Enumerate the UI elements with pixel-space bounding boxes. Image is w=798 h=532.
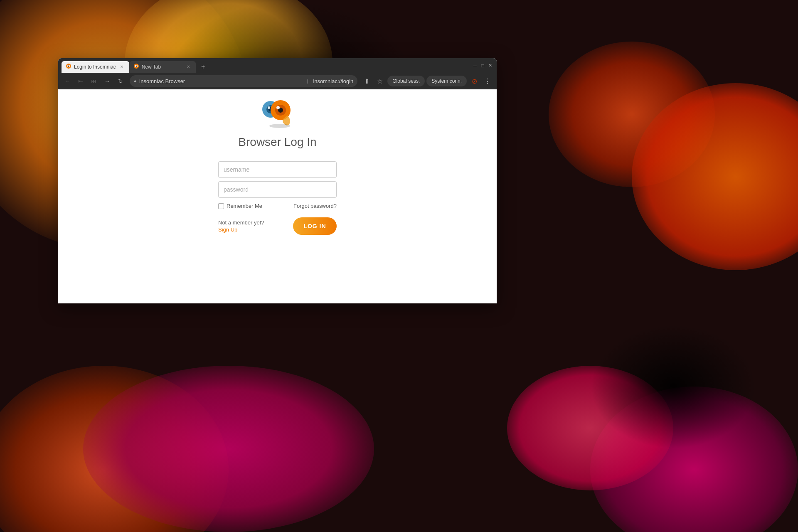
login-form: Remember Me Forgot password? Not a membe… <box>218 161 337 235</box>
address-prefix: Insomniac Browser <box>139 78 302 84</box>
password-input[interactable] <box>218 181 337 198</box>
share-button[interactable]: ⬆ <box>361 75 372 87</box>
remember-me-label[interactable]: Remember Me <box>218 203 262 209</box>
bg-decoration <box>590 324 756 449</box>
window-controls: ─ □ ✕ <box>472 62 493 69</box>
page-content: Browser Log In Remember Me Forgot passwo… <box>58 89 497 303</box>
title-bar: Login to Insomniac ✕ New Tab ✕ <box>58 58 497 73</box>
new-tab-button[interactable]: + <box>197 61 209 73</box>
tab-login-label: Login to Insomniac <box>74 64 116 70</box>
remember-me-checkbox[interactable] <box>218 203 224 209</box>
refresh-button[interactable]: ↻ <box>115 75 126 87</box>
svg-point-5 <box>135 66 137 67</box>
tab-close-newtab[interactable]: ✕ <box>185 64 192 70</box>
tab-login[interactable]: Login to Insomniac ✕ <box>62 61 129 73</box>
block-button[interactable]: ⊘ <box>468 75 480 87</box>
svg-point-2 <box>68 66 69 67</box>
page-title: Browser Log In <box>238 135 316 149</box>
form-options-row: Remember Me Forgot password? <box>218 203 337 209</box>
browser-window: Login to Insomniac ✕ New Tab ✕ <box>58 58 497 303</box>
back-button[interactable]: ← <box>62 75 73 87</box>
form-bottom-row: Not a member yet? Sign Up LOG IN <box>218 217 337 235</box>
bg-decoration <box>83 366 374 532</box>
svg-point-14 <box>269 124 290 128</box>
address-bar[interactable]: ● Insomniac Browser | insomniac://login <box>130 75 357 87</box>
tabs-area: Login to Insomniac ✕ New Tab ✕ <box>62 59 468 73</box>
maximize-button[interactable]: □ <box>479 62 486 69</box>
svg-point-9 <box>268 106 270 109</box>
global-session-button[interactable]: Global sess. <box>387 76 425 86</box>
forward-button[interactable]: → <box>101 75 113 87</box>
login-button[interactable]: LOG IN <box>293 217 337 235</box>
back-skip-button[interactable]: ⇤ <box>75 75 86 87</box>
signup-link[interactable]: Sign Up <box>218 227 264 233</box>
tab-new-tab[interactable]: New Tab ✕ <box>129 61 196 73</box>
skip-back-button[interactable]: ⏮ <box>88 75 100 87</box>
tab-favicon-newtab <box>133 63 139 70</box>
tab-favicon-login <box>66 63 71 70</box>
username-input[interactable] <box>218 161 337 178</box>
address-url: insomniac://login <box>313 78 353 84</box>
minimize-button[interactable]: ─ <box>472 62 478 69</box>
close-button[interactable]: ✕ <box>487 62 493 69</box>
forgot-password-link[interactable]: Forgot password? <box>293 203 337 209</box>
desktop: Login to Insomniac ✕ New Tab ✕ <box>0 0 798 532</box>
menu-button[interactable]: ⋮ <box>482 75 493 87</box>
nav-bar: ← ⇤ ⏮ → ↻ ● Insomniac Browser | insomnia… <box>58 73 497 89</box>
system-conn-button[interactable]: System conn. <box>426 76 467 86</box>
tab-close-login[interactable]: ✕ <box>118 64 125 70</box>
bookmark-button[interactable]: ☆ <box>374 75 386 87</box>
not-member-area: Not a member yet? Sign Up <box>218 219 264 233</box>
insomniac-logo <box>259 98 296 129</box>
svg-point-13 <box>276 106 280 109</box>
not-member-text: Not a member yet? <box>218 219 264 226</box>
tab-new-tab-label: New Tab <box>142 64 182 70</box>
address-separator: | <box>305 79 311 84</box>
secure-icon: ● <box>134 79 137 84</box>
logo-area <box>259 98 296 129</box>
